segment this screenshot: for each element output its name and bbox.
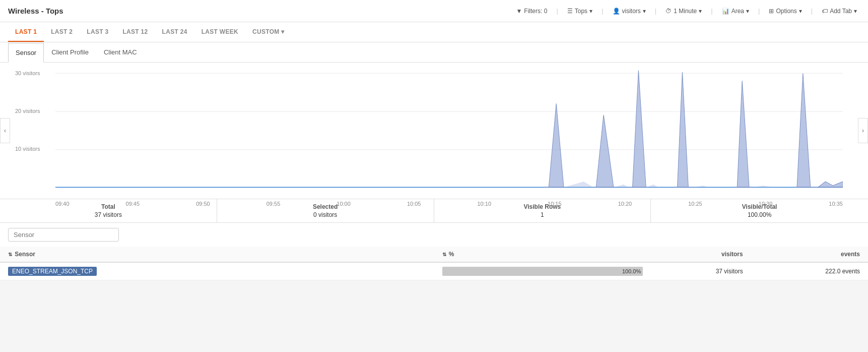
search-input[interactable]: [8, 228, 119, 242]
y-label-20: 20 visitors: [15, 108, 55, 114]
tops-button[interactable]: ☰ Tops ▾: [564, 6, 595, 17]
svg-marker-6: [629, 71, 646, 188]
data-table: ⇅ Sensor ⇅ % visitors events ENEO_STREAM…: [0, 247, 868, 280]
x-label-1030: 10:30: [759, 201, 773, 207]
clock-icon: ⏱: [665, 8, 672, 15]
addtab-icon: 🏷: [822, 8, 828, 15]
sub-tabs: Sensor Client Profile Client MAC: [0, 42, 868, 63]
tab-last12[interactable]: LAST 12: [115, 22, 155, 42]
sensor-badge[interactable]: ENEO_STREAM_JSON_TCP: [8, 267, 97, 276]
nav-prev-button[interactable]: ‹: [0, 118, 10, 143]
minute-button[interactable]: ⏱ 1 Minute ▾: [662, 6, 705, 17]
chart-svg: [55, 68, 843, 199]
tab-client-mac[interactable]: Client MAC: [96, 42, 145, 62]
tops-icon: ☰: [567, 8, 573, 15]
x-label-0955: 09:55: [266, 201, 281, 207]
filters-button[interactable]: ▼ Filters: 0: [513, 6, 550, 17]
options-icon: ⊞: [769, 8, 774, 15]
chevron-down-icon5: ▾: [799, 8, 802, 15]
chevron-down-icon6: ▾: [854, 8, 857, 15]
tab-lastweek[interactable]: LAST WEEK: [194, 22, 245, 42]
col-visitors: visitors: [651, 247, 751, 262]
main-content: ‹ › 30 visitors 20 visitors 10 visitors: [0, 63, 868, 280]
chevron-down-icon3: ▾: [699, 8, 702, 15]
events-cell: 222.0 events: [751, 262, 868, 280]
x-label-0940: 09:40: [55, 201, 70, 207]
x-label-1020: 10:20: [618, 201, 632, 207]
visitors-button[interactable]: 👤 visitors ▾: [610, 6, 649, 17]
col-sensor[interactable]: ⇅ Sensor: [0, 247, 434, 262]
x-label-0945: 09:45: [126, 201, 140, 207]
tab-last3[interactable]: LAST 3: [80, 22, 115, 42]
area-button[interactable]: 📊 Area ▾: [719, 6, 752, 17]
y-label-10: 10 visitors: [15, 146, 55, 152]
top-bar: Wireless - Tops ▼ Filters: 0 | ☰ Tops ▾ …: [0, 0, 868, 22]
x-label-1000: 10:00: [337, 201, 351, 207]
x-label-1015: 10:15: [548, 201, 562, 207]
search-area: [0, 223, 868, 247]
tab-last2[interactable]: LAST 2: [44, 22, 80, 42]
tab-last24[interactable]: LAST 24: [155, 22, 194, 42]
svg-marker-5: [593, 115, 614, 188]
visitors-cell: 37 visitors: [651, 262, 751, 280]
table-row: ENEO_STREAM_JSON_TCP 100.0% 37 visitors …: [0, 262, 868, 280]
chevron-down-icon4: ▾: [746, 8, 749, 15]
add-tab-button[interactable]: 🏷 Add Tab ▾: [819, 6, 860, 17]
toolbar: ▼ Filters: 0 | ☰ Tops ▾ | 👤 visitors ▾ |…: [513, 6, 860, 17]
x-label-1035: 10:35: [829, 201, 843, 207]
x-label-1025: 10:25: [688, 201, 702, 207]
x-label-1005: 10:05: [407, 201, 421, 207]
options-button[interactable]: ⊞ Options ▾: [766, 6, 805, 17]
area-icon: 📊: [722, 8, 729, 15]
tab-last1[interactable]: LAST 1: [8, 22, 44, 42]
sort-icon: ⇅: [8, 252, 12, 257]
filter-icon: ▼: [516, 8, 522, 15]
time-range-tabs: LAST 1 LAST 2 LAST 3 LAST 12 LAST 24 LAS…: [0, 22, 868, 42]
chevron-down-icon: ▾: [589, 8, 592, 15]
x-label-1010: 10:10: [477, 201, 491, 207]
svg-marker-8: [674, 72, 694, 187]
tab-sensor[interactable]: Sensor: [8, 43, 44, 63]
svg-marker-4: [544, 103, 564, 187]
page-title: Wireless - Tops: [8, 7, 63, 15]
chevron-down-icon7: ▾: [281, 28, 284, 35]
chevron-down-icon2: ▾: [643, 8, 646, 15]
sensor-cell: ENEO_STREAM_JSON_TCP: [0, 262, 434, 280]
percent-cell: 100.0%: [434, 262, 651, 280]
visitors-icon: 👤: [613, 8, 620, 15]
x-label-0950: 09:50: [196, 201, 210, 207]
tab-custom[interactable]: CUSTOM ▾: [245, 22, 291, 42]
col-percent[interactable]: ⇅ %: [434, 247, 651, 262]
col-events: events: [751, 247, 868, 262]
nav-next-button[interactable]: ›: [858, 118, 868, 143]
percent-bar: 100.0%: [442, 267, 643, 276]
y-label-30: 30 visitors: [15, 70, 55, 76]
svg-marker-10: [733, 81, 753, 187]
svg-marker-12: [793, 73, 843, 187]
tab-client-profile[interactable]: Client Profile: [44, 42, 96, 62]
sort-icon2: ⇅: [442, 252, 446, 257]
